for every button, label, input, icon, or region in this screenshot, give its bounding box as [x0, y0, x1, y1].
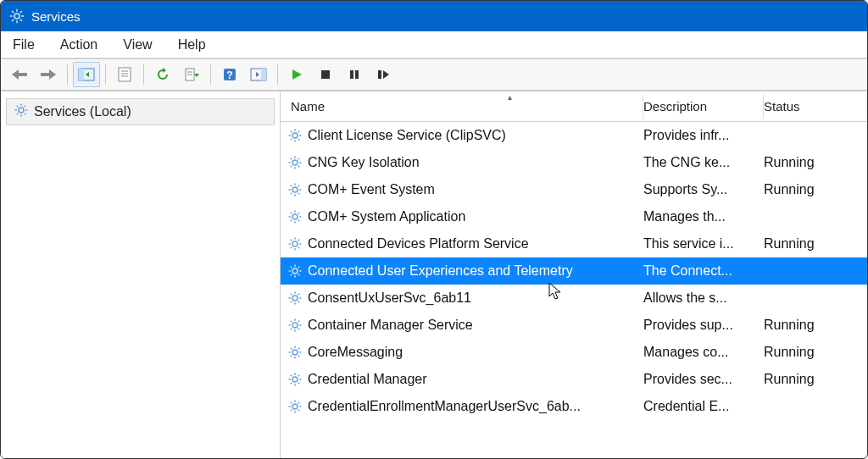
- svg-line-77: [291, 213, 292, 214]
- service-description: Provides sec...: [643, 372, 764, 387]
- service-status: Running: [764, 155, 867, 170]
- svg-marker-30: [292, 69, 302, 80]
- service-row[interactable]: CNG Key IsolationThe CNG ke...Running: [281, 149, 867, 176]
- help-button[interactable]: ?: [216, 62, 243, 87]
- service-description: Allows the s...: [643, 290, 764, 306]
- svg-line-43: [17, 113, 19, 115]
- menu-file[interactable]: File: [13, 37, 35, 53]
- nav-back-button[interactable]: [6, 62, 33, 87]
- service-row[interactable]: Container Manager ServiceProvides sup...…: [281, 312, 867, 339]
- menu-help[interactable]: Help: [178, 37, 206, 53]
- svg-point-90: [292, 268, 298, 274]
- service-description: Supports Sy...: [643, 182, 764, 197]
- svg-marker-9: [12, 69, 19, 80]
- properties-button[interactable]: [111, 62, 138, 87]
- restart-service-button[interactable]: [370, 62, 397, 87]
- sort-indicator-icon: ▴: [508, 92, 512, 102]
- svg-line-71: [298, 185, 300, 187]
- svg-line-96: [298, 274, 300, 276]
- svg-point-63: [292, 187, 298, 192]
- gear-icon: [14, 102, 29, 121]
- svg-marker-15: [86, 72, 89, 77]
- service-description: The CNG ke...: [643, 155, 764, 170]
- svg-line-78: [298, 220, 300, 222]
- svg-line-80: [298, 213, 300, 214]
- svg-line-125: [298, 348, 300, 350]
- svg-rect-28: [261, 69, 266, 80]
- service-row[interactable]: CredentialEnrollmentManagerUserSvc_6ab..…: [281, 393, 867, 420]
- svg-line-106: [291, 301, 292, 303]
- nav-forward-button[interactable]: [35, 62, 62, 87]
- refresh-button[interactable]: [149, 62, 176, 87]
- svg-line-123: [298, 356, 300, 357]
- list-header: Name ▴ Description Status: [281, 91, 867, 122]
- service-description: Manages th...: [643, 209, 764, 224]
- stop-service-button[interactable]: [312, 62, 339, 87]
- service-gear-icon: [287, 345, 303, 360]
- svg-point-54: [292, 160, 298, 165]
- svg-line-142: [291, 410, 292, 412]
- column-header-name[interactable]: Name ▴: [287, 94, 643, 119]
- service-row[interactable]: Credential ManagerProvides sec...Running: [281, 366, 867, 393]
- svg-rect-31: [321, 70, 330, 79]
- export-list-button[interactable]: [178, 62, 205, 87]
- service-status: Running: [764, 345, 867, 360]
- toolbar-separator: [105, 64, 106, 85]
- svg-point-72: [292, 214, 298, 219]
- svg-point-108: [292, 323, 298, 328]
- svg-line-69: [298, 193, 300, 195]
- svg-line-143: [298, 402, 300, 404]
- service-name: Container Manager Service: [308, 318, 473, 333]
- menu-view[interactable]: View: [123, 37, 152, 53]
- svg-point-45: [292, 133, 298, 138]
- service-row[interactable]: COM+ Event SystemSupports Sy...Running: [281, 176, 867, 203]
- svg-line-124: [291, 356, 292, 357]
- svg-rect-32: [350, 70, 353, 79]
- svg-rect-14: [79, 69, 84, 80]
- service-name: COM+ System Application: [308, 209, 465, 224]
- menubar: File Action View Help: [1, 31, 867, 58]
- svg-line-115: [291, 329, 292, 330]
- svg-point-117: [292, 350, 298, 355]
- svg-line-95: [291, 267, 292, 268]
- service-status: Running: [764, 318, 867, 333]
- svg-line-44: [25, 106, 26, 108]
- show-hide-action-pane-button[interactable]: [245, 62, 272, 87]
- svg-line-52: [291, 139, 292, 141]
- service-row[interactable]: COM+ System ApplicationManages th...: [281, 203, 867, 230]
- service-gear-icon: [287, 182, 303, 197]
- svg-line-68: [291, 185, 292, 187]
- pause-service-button[interactable]: [341, 62, 368, 87]
- service-row[interactable]: Connected Devices Platform ServiceThis s…: [281, 230, 867, 257]
- content-area: Services (Local) Name ▴ Description Stat…: [1, 91, 867, 458]
- column-header-description[interactable]: Description: [643, 94, 764, 119]
- service-name: COM+ Event System: [308, 182, 435, 197]
- svg-line-107: [298, 294, 300, 296]
- svg-point-126: [292, 377, 298, 382]
- service-gear-icon: [287, 290, 303, 306]
- start-service-button[interactable]: [283, 62, 310, 87]
- service-description: Manages co...: [643, 345, 764, 360]
- service-row[interactable]: CoreMessagingManages co...Running: [281, 339, 867, 366]
- service-status: Running: [764, 372, 867, 387]
- svg-line-62: [298, 158, 300, 160]
- tree-pane: Services (Local): [1, 91, 281, 458]
- service-row[interactable]: ConsentUxUserSvc_6ab11Allows the s...: [281, 285, 867, 312]
- service-description: Provides sup...: [643, 318, 764, 333]
- svg-line-86: [291, 240, 292, 241]
- service-name: CredentialEnrollmentManagerUserSvc_6ab..…: [308, 399, 581, 414]
- svg-line-6: [20, 19, 22, 21]
- svg-line-5: [12, 11, 14, 13]
- service-name: ConsentUxUserSvc_6ab11: [308, 290, 471, 306]
- service-row[interactable]: Connected User Experiences and Telemetry…: [281, 257, 867, 285]
- service-description: Provides infr...: [643, 128, 764, 143]
- menu-action[interactable]: Action: [60, 37, 97, 53]
- service-gear-icon: [287, 128, 303, 143]
- service-row[interactable]: Client License Service (ClipSVC)Provides…: [281, 122, 867, 149]
- svg-line-42: [25, 113, 26, 115]
- show-hide-tree-button[interactable]: [73, 62, 100, 87]
- svg-line-97: [291, 274, 292, 276]
- service-description: The Connect...: [643, 263, 764, 279]
- column-header-status[interactable]: Status: [764, 94, 867, 119]
- tree-root-services-local[interactable]: Services (Local): [6, 98, 275, 125]
